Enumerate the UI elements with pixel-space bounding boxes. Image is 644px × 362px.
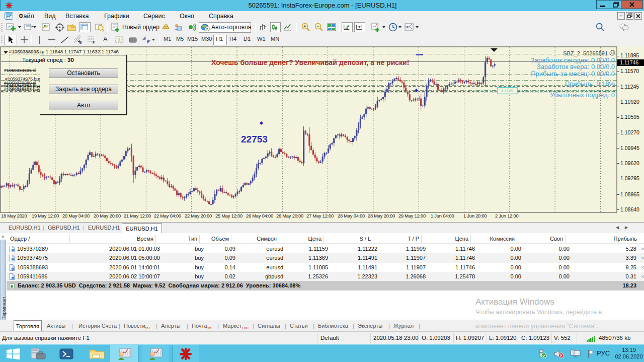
svg-text:1.1129: 1.1129 bbox=[501, 89, 513, 93]
svg-text:F: F bbox=[93, 41, 95, 44]
svg-text:E: E bbox=[79, 41, 82, 44]
svg-text:T: T bbox=[118, 37, 121, 43]
